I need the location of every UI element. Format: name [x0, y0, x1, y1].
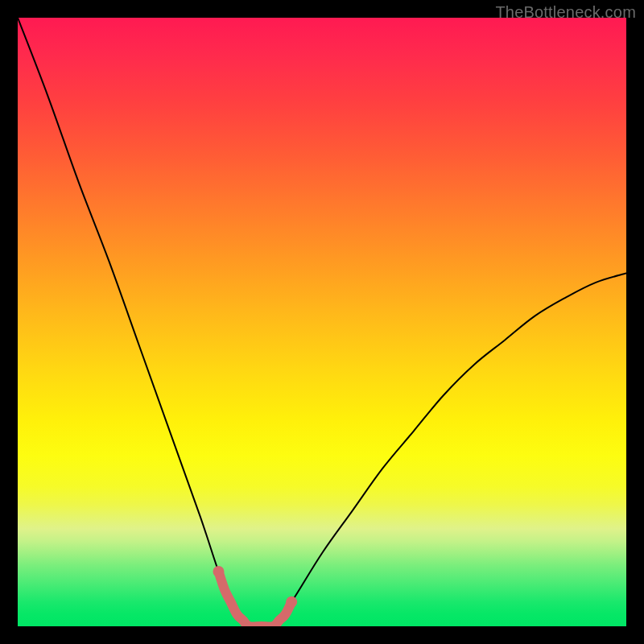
bottleneck-curve	[18, 18, 626, 626]
chart-plot-area	[18, 18, 626, 626]
valley-endpoint-dot	[213, 566, 224, 577]
optimal-range-highlight	[218, 572, 291, 626]
chart-svg	[18, 18, 626, 626]
valley-endpoint-dot	[286, 597, 297, 608]
watermark-text: TheBottleneck.com	[495, 3, 636, 22]
